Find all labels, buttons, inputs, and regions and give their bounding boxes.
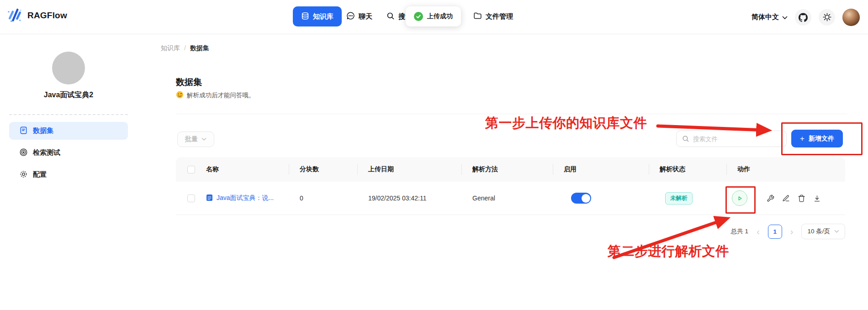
annotation-step2-text: 第二步进行解析文件 bbox=[608, 242, 729, 261]
select-all-checkbox[interactable] bbox=[187, 166, 195, 173]
chevron-down-icon bbox=[834, 230, 839, 233]
column-header-upload-date: 上传日期 bbox=[357, 165, 461, 173]
parse-status-badge: 未解析 bbox=[665, 192, 693, 205]
breadcrumb-root[interactable]: 知识库 bbox=[161, 44, 180, 53]
kb-sidebar: Java面试宝典2 数据集 检索测试 bbox=[0, 34, 137, 310]
chevron-down-icon bbox=[201, 137, 206, 141]
play-icon bbox=[736, 195, 743, 202]
column-header-name: 名称 bbox=[195, 165, 289, 173]
language-label: 简体中文 bbox=[752, 13, 779, 21]
sidebar-item-dataset[interactable]: 数据集 bbox=[9, 122, 128, 140]
table-header-row: 名称 分块数 上传日期 解析方法 启用 解析状态 动作 bbox=[176, 157, 845, 182]
plus-icon: + bbox=[800, 134, 804, 143]
nav-item-label: 知识库 bbox=[313, 12, 333, 21]
column-header-parse-status: 解析状态 bbox=[649, 165, 726, 173]
row-actions bbox=[726, 190, 845, 206]
edit-pencil-icon[interactable] bbox=[782, 194, 790, 202]
breadcrumb-current: 数据集 bbox=[190, 44, 209, 53]
breadcrumb: 知识库 / 数据集 bbox=[161, 44, 209, 53]
file-search-box bbox=[676, 131, 787, 147]
column-header-enabled: 启用 bbox=[553, 165, 649, 173]
sidebar-divider bbox=[9, 114, 128, 115]
database-icon bbox=[301, 12, 309, 21]
toast-message: 上传成功 bbox=[427, 12, 453, 21]
theme-toggle-button[interactable] bbox=[819, 9, 835, 26]
enable-toggle[interactable] bbox=[571, 193, 591, 204]
bulk-label: 批量 bbox=[185, 135, 198, 143]
page-title: 数据集 bbox=[176, 76, 202, 88]
nav-item-knowledge-base[interactable]: 知识库 bbox=[293, 6, 342, 26]
tool-wrench-icon[interactable] bbox=[767, 194, 774, 202]
file-name-link[interactable]: Java面试宝典：说... bbox=[217, 194, 274, 202]
document-icon bbox=[19, 126, 28, 136]
nav-item-label: 文件管理 bbox=[486, 12, 513, 21]
github-button[interactable] bbox=[795, 9, 811, 26]
prev-page-icon[interactable]: ‹ bbox=[756, 227, 761, 236]
kb-avatar bbox=[52, 52, 85, 84]
delete-trash-icon[interactable] bbox=[798, 194, 805, 202]
total-count: 总共 1 bbox=[731, 227, 748, 236]
wink-emoji-icon bbox=[176, 91, 184, 100]
github-icon bbox=[799, 13, 808, 22]
kb-name: Java面试宝典2 bbox=[0, 90, 137, 100]
sidebar-item-retrieval-test[interactable]: 检索测试 bbox=[9, 144, 128, 162]
pagination: 总共 1 ‹ 1 › 10 条/页 bbox=[731, 224, 845, 239]
nav-item-chat[interactable]: 聊天 bbox=[346, 6, 372, 26]
search-input[interactable] bbox=[693, 136, 781, 142]
column-header-parse-method: 解析方法 bbox=[461, 165, 553, 173]
chunk-count: 0 bbox=[289, 194, 357, 202]
dataset-table: 名称 分块数 上传日期 解析方法 启用 解析状态 动作 Java面试宝典：说..… bbox=[176, 157, 845, 215]
table-row: Java面试宝典：说... 0 19/02/2025 03:42:11 Gene… bbox=[176, 182, 845, 215]
ragflow-logo-icon bbox=[6, 6, 23, 25]
add-file-button[interactable]: + 新增文件 bbox=[791, 130, 843, 147]
annotation-arrow-step2 bbox=[608, 212, 745, 262]
column-header-chunks: 分块数 bbox=[289, 165, 357, 173]
brand-name: RAGFlow bbox=[27, 11, 67, 21]
parse-method: General bbox=[461, 194, 553, 202]
page-size-label: 10 条/页 bbox=[807, 227, 830, 236]
sidebar-item-configuration[interactable]: 配置 bbox=[9, 166, 128, 184]
section-divider bbox=[176, 114, 847, 114]
page-subtitle-text: 解析成功后才能问答哦。 bbox=[187, 91, 255, 100]
navbar-right-group: 简体中文 bbox=[752, 0, 860, 34]
column-header-actions: 动作 bbox=[726, 165, 845, 173]
nav-item-file-management[interactable]: 文件管理 bbox=[473, 6, 513, 26]
nav-item-label: 聊天 bbox=[359, 12, 372, 21]
success-check-icon bbox=[414, 12, 423, 21]
ragflow-dataset-page: RAGFlow 知识库 聊天 bbox=[0, 0, 868, 310]
page-size-select[interactable]: 10 条/页 bbox=[801, 224, 845, 239]
search-icon bbox=[682, 135, 689, 142]
chevron-down-icon bbox=[782, 13, 788, 21]
next-page-icon[interactable]: › bbox=[789, 227, 794, 236]
bullseye-icon bbox=[19, 148, 28, 158]
breadcrumb-separator: / bbox=[184, 44, 186, 53]
language-selector[interactable]: 简体中文 bbox=[752, 13, 788, 21]
chat-bubble-icon bbox=[346, 11, 355, 21]
folder-icon bbox=[473, 11, 482, 21]
user-avatar[interactable] bbox=[842, 9, 860, 26]
sidebar-item-label: 数据集 bbox=[33, 126, 53, 135]
sidebar-item-label: 检索测试 bbox=[33, 148, 60, 157]
row-checkbox[interactable] bbox=[187, 194, 195, 202]
gear-icon bbox=[19, 170, 28, 180]
brand[interactable]: RAGFlow bbox=[6, 6, 67, 25]
sidebar-item-label: 配置 bbox=[33, 170, 47, 179]
parse-play-button[interactable] bbox=[732, 190, 747, 206]
bulk-actions-button[interactable]: 批量 bbox=[177, 131, 214, 147]
sun-icon bbox=[823, 13, 831, 21]
upload-success-toast: 上传成功 bbox=[406, 6, 461, 26]
page-subtitle: 解析成功后才能问答哦。 bbox=[176, 91, 255, 100]
upload-date: 19/02/2025 03:42:11 bbox=[357, 194, 461, 202]
file-doc-icon bbox=[206, 194, 213, 203]
annotation-step1-text: 第一步上传你的知识库文件 bbox=[485, 114, 647, 132]
search-icon bbox=[386, 12, 395, 21]
top-navbar: RAGFlow 知识库 聊天 bbox=[0, 0, 868, 34]
add-file-label: 新增文件 bbox=[809, 135, 834, 143]
download-icon[interactable] bbox=[813, 194, 821, 202]
page-number[interactable]: 1 bbox=[768, 225, 782, 239]
